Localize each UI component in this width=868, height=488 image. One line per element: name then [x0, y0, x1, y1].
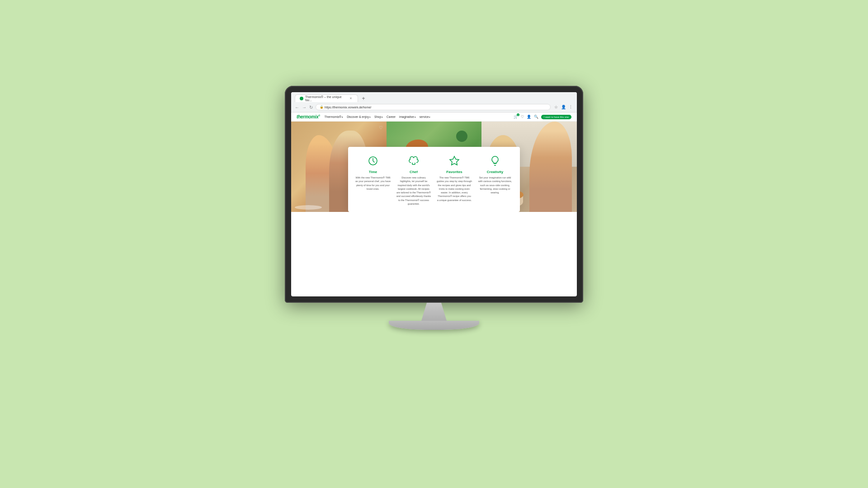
active-tab[interactable]: Thermomix® – the unique fav... ✕: [295, 94, 358, 102]
url-bar[interactable]: 🔒 https://thermomix.vorwerk.de/home/: [316, 104, 551, 110]
forward-button[interactable]: →: [302, 105, 307, 110]
nav-links: Thermomix® ▾ Discover & enjoy ▾ Shop ▾: [325, 115, 431, 118]
user-icon[interactable]: 👤: [527, 115, 531, 119]
nav-imaginative-caret: ▾: [415, 116, 416, 118]
herb-item: [456, 131, 467, 142]
url-text: https://thermomix.vorwerk.de/home/: [325, 106, 371, 109]
feature-time-title: Time: [369, 170, 377, 174]
bookmark-icon[interactable]: ☆: [553, 104, 559, 110]
monitor-body: Thermomix® – the unique fav... ✕ + ← → ↻…: [285, 86, 583, 303]
tab-favicon: [300, 97, 303, 100]
wishlist-icon[interactable]: ♡: [521, 115, 524, 119]
browser-tabs: Thermomix® – the unique fav... ✕ +: [291, 92, 577, 102]
time-icon: [366, 154, 380, 168]
features-card: Time With the new Thermomix® TM6 as your…: [348, 147, 520, 212]
creativity-icon: [488, 154, 502, 168]
feature-favorites-description: The new Thermomix® TM6 guides you step b…: [437, 176, 472, 202]
feature-creativity: Creativity Set your imagination run wild…: [475, 154, 515, 206]
site-logo[interactable]: thermomix®: [297, 114, 320, 119]
feature-favorites: Favorites The new Thermomix® TM6 guides …: [434, 154, 475, 206]
feature-creativity-description: Set your imagination run wild with vario…: [477, 176, 513, 194]
chef-icon: [407, 154, 420, 168]
new-tab-button[interactable]: +: [360, 95, 367, 102]
feature-chef-title: Chef: [410, 170, 418, 174]
cta-button[interactable]: I want to have this one: [541, 115, 571, 119]
nav-imaginative[interactable]: imaginative ▾: [399, 115, 416, 118]
wishlist-icon-overlay[interactable]: ♡: [379, 125, 383, 130]
nav-thermomix[interactable]: Thermomix® ▾: [325, 115, 343, 118]
nav-career-label: Career: [387, 115, 396, 118]
search-icon[interactable]: 🔍: [534, 115, 538, 119]
monitor: Thermomix® – the unique fav... ✕ + ← → ↻…: [280, 86, 588, 402]
tab-close-button[interactable]: ✕: [349, 97, 353, 100]
cart-badge: 0: [517, 113, 519, 116]
nav-thermomix-label: Thermomix®: [325, 115, 341, 118]
nav-shop[interactable]: Shop ▾: [374, 115, 383, 118]
tab-title: Thermomix® – the unique fav...: [305, 95, 348, 102]
logo-text: thermomix®: [297, 114, 320, 119]
feature-chef: Chef Discover new culinary highlights, l…: [393, 154, 434, 206]
feature-favorites-title: Favorites: [446, 170, 462, 174]
nav-service-caret: ▾: [429, 116, 430, 118]
nav-service[interactable]: service ▾: [420, 115, 431, 118]
cart-icon[interactable]: 🛒 0: [514, 115, 518, 119]
nav-icons: 🛒 0 ♡ 👤 🔍 I want to have this one: [514, 115, 571, 119]
nav-imaginative-label: imaginative: [399, 115, 414, 118]
monitor-base: [389, 321, 479, 330]
back-button[interactable]: ←: [295, 105, 299, 110]
plate-decoration: [295, 205, 322, 210]
favorites-icon: [448, 154, 461, 168]
address-bar: ← → ↻ 🔒 https://thermomix.vorwerk.de/hom…: [291, 102, 577, 112]
hero-section: ♡: [291, 122, 577, 212]
menu-icon[interactable]: ⋮: [568, 104, 573, 110]
svg-marker-1: [450, 156, 459, 165]
nav-thermomix-caret: ▾: [342, 116, 343, 118]
nav-service-label: service: [420, 115, 429, 118]
feature-chef-description: Discover new culinary highlights, let yo…: [396, 176, 431, 206]
feature-creativity-title: Creativity: [487, 170, 503, 174]
nav-shop-caret: ▾: [382, 116, 383, 118]
feature-time-description: With the new Thermomix® TM6 as your pers…: [355, 176, 391, 191]
nav-discover-label: Discover & enjoy: [347, 115, 369, 118]
website-content: thermomix® Thermomix® ▾ Discover & enjoy…: [291, 113, 577, 296]
nav-discover-caret: ▾: [369, 116, 371, 118]
nav-shop-label: Shop: [374, 115, 381, 118]
profile-icon[interactable]: 👤: [561, 104, 566, 110]
lock-icon: 🔒: [320, 105, 324, 109]
nav-career[interactable]: Career: [387, 115, 396, 118]
browser-screen: Thermomix® – the unique fav... ✕ + ← → ↻…: [291, 92, 577, 296]
nav-discover[interactable]: Discover & enjoy ▾: [347, 115, 371, 118]
monitor-neck: [416, 303, 452, 321]
reload-button[interactable]: ↻: [309, 105, 313, 110]
browser-action-icons: ☆ 👤 ⋮: [553, 104, 573, 110]
feature-time: Time With the new Thermomix® TM6 as your…: [353, 154, 393, 206]
browser-chrome: Thermomix® – the unique fav... ✕ + ← → ↻…: [291, 92, 577, 113]
site-navigation: thermomix® Thermomix® ▾ Discover & enjoy…: [291, 113, 577, 122]
